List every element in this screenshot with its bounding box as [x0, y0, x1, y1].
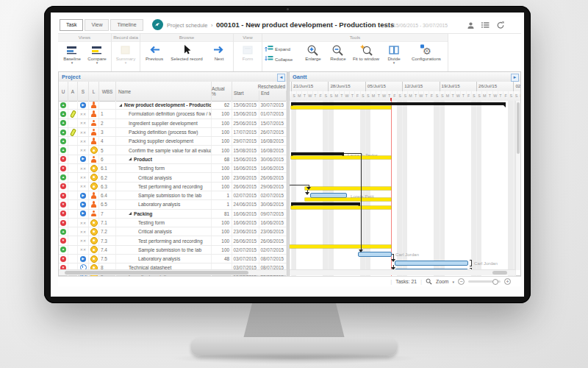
expand-triangle-icon[interactable]	[129, 158, 132, 160]
gantt-summary-bar[interactable]	[291, 102, 506, 105]
gantt-h-scrollbar[interactable]	[290, 269, 515, 275]
zoom-label[interactable]: Zoom	[436, 279, 448, 284]
expand-triangle-icon[interactable]	[119, 104, 122, 107]
cell-task-name[interactable]: Packing	[116, 210, 212, 218]
gantt-progress-bar[interactable]	[291, 106, 391, 109]
cell-task-name[interactable]: Testing form	[116, 219, 212, 227]
scrollbar-thumb[interactable]	[492, 271, 507, 275]
cell-task-name[interactable]: Test performing and recording	[116, 183, 212, 191]
ribbon-group-views: ViewsBaseline▾Compare▾	[58, 34, 112, 71]
cell-task-name[interactable]: Confirm the sample value for all evaluat…	[116, 146, 212, 154]
gantt-summary-bar[interactable]	[291, 152, 344, 155]
table-row[interactable]: ▼▶6.4Sample submission to the lab102/07/…	[59, 191, 287, 200]
gantt-progress-bar[interactable]	[291, 206, 391, 209]
gantt-task-bar[interactable]	[358, 252, 392, 257]
timeline-day: F	[466, 91, 471, 101]
gantt-v-scrollbar[interactable]	[515, 101, 520, 270]
ribbon-button-reduce[interactable]: Reduce	[326, 43, 350, 61]
cell-task-name[interactable]: Critical analysis	[116, 173, 212, 181]
zoom-slider-thumb[interactable]	[492, 279, 498, 285]
cell-task-name[interactable]: Product	[116, 155, 212, 163]
column-header-s[interactable]: S	[78, 82, 89, 101]
tab-task[interactable]: Task	[60, 19, 83, 31]
zoom-caret-icon[interactable]: ▾	[452, 280, 454, 284]
table-row[interactable]: ▲✕✕2Ingredient supplier development10025…	[59, 119, 287, 128]
column-header-actual[interactable]: Actual %	[212, 82, 232, 101]
table-row[interactable]: ▼✕✕6.3Test performing and recording10026…	[59, 183, 287, 191]
column-header-start[interactable]: Start	[232, 91, 259, 101]
cell-task-name[interactable]: Laboratory analysis	[116, 255, 212, 263]
ribbon-button-fit-to-window[interactable]: Fit to window	[351, 43, 381, 61]
ribbon-button-expand[interactable]: Expand	[265, 45, 300, 53]
status-down-icon: ▼	[60, 202, 66, 208]
zoom-slider[interactable]	[468, 280, 501, 283]
cell-task-name[interactable]: Critical analysis	[116, 227, 212, 236]
cell-attachment	[68, 173, 78, 181]
zoom-out-button[interactable]: −	[458, 278, 465, 285]
cell-task-name[interactable]: Sample submission to the lab	[116, 191, 212, 199]
column-header-end[interactable]: End	[259, 91, 287, 101]
gantt-task-bar[interactable]	[395, 261, 468, 266]
cell-attachment	[68, 128, 78, 136]
gantt-progress-bar[interactable]	[305, 187, 391, 190]
cell-task-name[interactable]: Formulation definition (process flow / l…	[116, 110, 212, 118]
table-row[interactable]: ▲✕✕7.4Sample submission to the lab10002/…	[59, 246, 287, 255]
table-row[interactable]: ▲✕✕6.2Critical analysis10023/06/201526/0…	[59, 173, 287, 182]
table-row[interactable]: ▼▶7.5Laboratory analysis4803/07/201508/0…	[59, 255, 287, 263]
table-row[interactable]: ▼✕✕7.3Test performing and recording10026…	[59, 236, 287, 245]
scrollbar-thumb[interactable]	[65, 271, 248, 275]
table-row[interactable]: ▼✕✕7.1Testing form10016/06/201516/06/201…	[59, 219, 287, 227]
ribbon-button-baseline[interactable]: Baseline▾	[60, 43, 84, 64]
breadcrumb[interactable]: Project schedule	[167, 22, 207, 29]
scrollbar-thumb[interactable]	[517, 102, 520, 154]
column-header-u[interactable]: U	[59, 82, 68, 101]
ribbon-button-label: Expand	[275, 46, 290, 52]
gantt-progress-bar[interactable]	[291, 156, 391, 159]
table-row[interactable]: ▲✕✕3Packing definition (process flow)100…	[59, 128, 287, 137]
cell-task-name[interactable]: New product development - Production tes…	[116, 101, 212, 109]
cell-task-name[interactable]: Laboratory analysis	[116, 200, 212, 208]
expand-triangle-icon[interactable]	[129, 212, 132, 215]
cell-task-name[interactable]: Sample submission to the lab	[116, 246, 212, 254]
column-header-wbs[interactable]: WBS	[99, 82, 116, 101]
table-row[interactable]: ▲✕✕7.2Critical analysis10023/06/201523/0…	[59, 227, 287, 236]
table-row[interactable]: ▲▶New product development - Production t…	[59, 101, 287, 110]
table-row[interactable]: ▲✕✕4Packing supplier development10029/07…	[59, 137, 287, 146]
column-header-name[interactable]: Name	[116, 82, 212, 101]
refresh-icon[interactable]	[496, 21, 505, 30]
ribbon-button-compare[interactable]: Compare▾	[85, 43, 109, 64]
table-row[interactable]: ▼▶6.5Laboratory analysis124/06/201530/06…	[59, 200, 287, 209]
column-header-l[interactable]: L	[89, 82, 99, 101]
ribbon-button-divide[interactable]: Divide▾	[382, 43, 406, 64]
ribbon-button-selected-record[interactable]: Selected record	[168, 43, 206, 61]
user-icon[interactable]	[467, 21, 475, 30]
ribbon-button-next[interactable]: Next	[207, 43, 231, 61]
column-header-a[interactable]: A	[68, 82, 78, 101]
list-icon[interactable]	[481, 21, 490, 29]
cell-task-name[interactable]: Testing form	[116, 164, 212, 172]
tab-view[interactable]: View	[85, 19, 109, 31]
collapse-gantt-icon[interactable]: ►	[511, 74, 519, 82]
gantt-summary-bar[interactable]	[291, 202, 360, 205]
gantt-progress-bar[interactable]	[290, 245, 391, 248]
project-h-scrollbar[interactable]	[59, 269, 287, 275]
table-row[interactable]: ▼▶6Product6815/06/201530/06/2015	[59, 155, 287, 164]
cell-task-name[interactable]: Test performing and recording	[116, 236, 212, 244]
collapse-panel-icon[interactable]: ◄	[277, 74, 285, 82]
tab-timeline[interactable]: Timeline	[110, 19, 143, 31]
gantt-progress-bar[interactable]	[305, 198, 391, 201]
table-row[interactable]: ▼✕✕6.1Testing form10016/06/201516/06/201…	[59, 164, 287, 173]
zoom-in-button[interactable]: +	[504, 278, 511, 285]
ribbon-button-collapse[interactable]: Collapse	[265, 55, 300, 63]
cell-task-name[interactable]: Packing definition (process flow)	[116, 128, 212, 136]
ribbon-button-enlarge[interactable]: Enlarge	[301, 43, 325, 61]
table-row[interactable]: ▲✕✕1Formulation definition (process flow…	[59, 110, 287, 118]
cell-task-name[interactable]: Ingredient supplier development	[116, 119, 212, 127]
ribbon-button-configurations[interactable]: ⚙Configurations	[407, 43, 445, 61]
cell-task-name[interactable]: Packing supplier development	[116, 137, 212, 145]
ribbon-button-previous[interactable]: Previous	[143, 43, 166, 61]
cell-role	[89, 191, 99, 199]
gantt-task-bar[interactable]	[310, 193, 347, 198]
table-row[interactable]: ▼▶7Packing8116/06/201509/07/2015	[59, 210, 287, 219]
table-row[interactable]: ▲✕✕5Confirm the sample value for all eva…	[59, 146, 287, 155]
